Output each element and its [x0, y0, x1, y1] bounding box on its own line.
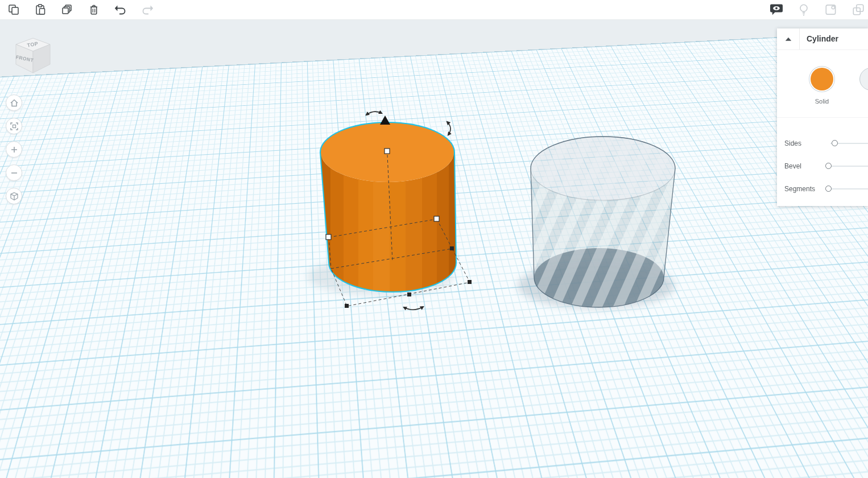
- shapes-overlap-icon: [852, 3, 865, 17]
- bevel-label: Bevel: [784, 159, 801, 173]
- lightbulb-icon: [797, 3, 811, 17]
- rotate-arrow-front[interactable]: [404, 307, 423, 310]
- top-toolbar: [0, 0, 868, 20]
- corner-scale-handle-right[interactable]: [468, 280, 472, 284]
- corner-scale-handle-back[interactable]: [450, 246, 454, 250]
- undo-icon: [114, 3, 127, 16]
- inspector-header: Cylinder: [777, 28, 868, 50]
- fit-view-button[interactable]: [6, 118, 22, 134]
- collapse-panel-button[interactable]: [777, 28, 800, 50]
- segments-property-row: Segments: [777, 182, 868, 196]
- copy-button[interactable]: [6, 2, 21, 18]
- cylinder-top-face: [531, 137, 675, 200]
- shape-mode-a-button[interactable]: [823, 2, 838, 18]
- zoom-in-icon: [9, 145, 19, 155]
- shape-outline-icon: [824, 3, 838, 17]
- inspector-title: Cylinder: [800, 28, 868, 50]
- toolbar-right-group: [768, 2, 868, 18]
- segments-slider-knob[interactable]: [825, 186, 832, 192]
- view-cube-icon: TOP FRONT: [9, 32, 57, 84]
- segments-label: Segments: [784, 182, 815, 196]
- corner-scale-handle-front[interactable]: [345, 304, 349, 308]
- viewport[interactable]: TOP FRONT: [0, 19, 868, 478]
- side-scale-handle-left[interactable]: [326, 234, 331, 240]
- redo-icon: [141, 3, 154, 16]
- delete-button[interactable]: [86, 2, 101, 18]
- perspective-cube-icon: [9, 191, 19, 201]
- zoom-out-icon: [9, 168, 19, 178]
- material-swatches: Solid: [777, 50, 868, 118]
- view-nav: [6, 94, 22, 204]
- bevel-property-row: Bevel: [777, 159, 868, 173]
- chevron-up-icon: [784, 35, 793, 44]
- duplicate-button[interactable]: [59, 2, 75, 18]
- shape-inspector-panel: Cylinder Solid Sides Bevel Segments: [777, 28, 868, 206]
- height-scale-handle[interactable]: [385, 149, 390, 154]
- eye-bubble-icon: [769, 2, 784, 17]
- rotate-arrow-right[interactable]: [447, 122, 450, 135]
- redo-button[interactable]: [139, 2, 155, 18]
- rotate-arrow-top[interactable]: [366, 112, 382, 115]
- scene-3d: [0, 19, 868, 478]
- tips-button[interactable]: [796, 2, 811, 18]
- bevel-slider-track[interactable]: [827, 166, 868, 167]
- design-view-button[interactable]: [768, 2, 784, 18]
- sides-slider-knob[interactable]: [832, 140, 838, 146]
- paste-icon: [34, 3, 47, 16]
- edge-scale-handle-front[interactable]: [407, 292, 411, 296]
- trash-icon: [88, 3, 100, 16]
- zoom-in-button[interactable]: [6, 141, 22, 158]
- paste-button[interactable]: [32, 2, 48, 18]
- sides-property-row: Sides: [777, 137, 868, 150]
- orthographic-view-button[interactable]: [6, 188, 22, 204]
- sides-label: Sides: [784, 137, 801, 150]
- toolbar-left-group: [0, 2, 155, 18]
- cylinder-solid[interactable]: [307, 123, 456, 295]
- segments-slider-track[interactable]: [827, 188, 868, 189]
- fit-view-icon: [9, 121, 19, 131]
- shape-mode-b-button[interactable]: [850, 2, 866, 18]
- side-scale-handle-right[interactable]: [434, 216, 439, 221]
- copy-icon: [7, 3, 20, 16]
- duplicate-icon: [61, 3, 73, 16]
- hole-material-swatch[interactable]: [859, 68, 868, 90]
- zoom-out-button[interactable]: [6, 164, 22, 181]
- solid-material-swatch[interactable]: [811, 68, 833, 90]
- cylinder-transparent[interactable]: [518, 137, 675, 308]
- undo-button[interactable]: [113, 2, 128, 18]
- solid-material-label: Solid: [805, 98, 839, 105]
- home-view-button[interactable]: [6, 94, 22, 111]
- home-icon: [9, 98, 19, 108]
- bevel-slider-knob[interactable]: [825, 163, 832, 169]
- view-cube[interactable]: TOP FRONT: [9, 32, 57, 84]
- height-arrow-cone[interactable]: [380, 116, 390, 125]
